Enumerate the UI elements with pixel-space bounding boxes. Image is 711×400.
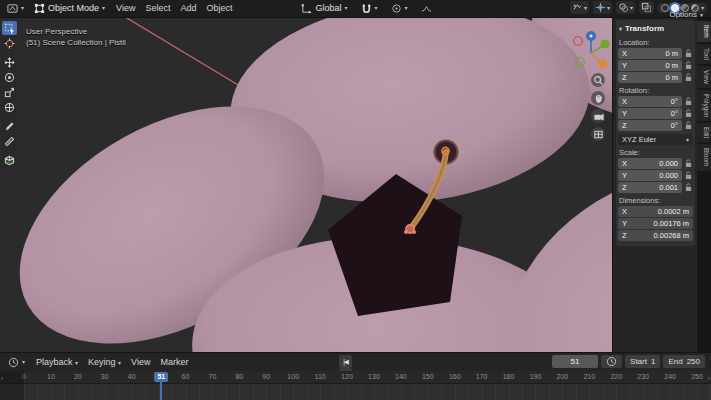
lock-toggle-location-z[interactable] <box>684 73 693 82</box>
mode-selector[interactable]: Object Mode ▾ <box>30 2 109 15</box>
ruler-tick-160: 160 <box>449 373 461 380</box>
sidebar-tab-view[interactable]: View <box>697 66 711 88</box>
ruler-tick-250: 250 <box>691 373 703 380</box>
jump-to-start-button[interactable]: |◀ <box>339 355 352 368</box>
timeline-menu-view[interactable]: View <box>126 355 155 369</box>
lock-open-icon <box>685 159 692 168</box>
chevron-down-icon: ▾ <box>375 5 378 11</box>
tool-rotate[interactable] <box>2 70 17 84</box>
proportional-editing-toggle[interactable]: ▾ <box>387 2 412 15</box>
end-frame-field[interactable]: End 250 <box>663 355 705 368</box>
dimensions-y-field[interactable]: Y0.00176 m <box>618 218 693 229</box>
sidebar-tab-bloom[interactable]: Bloom <box>697 144 711 170</box>
menu-add[interactable]: Add <box>175 1 201 15</box>
menu-object[interactable]: Object <box>201 1 237 15</box>
mode-label: Object Mode <box>48 3 99 13</box>
timeline-menu-marker[interactable]: Marker <box>155 355 193 369</box>
timeline-menu-keying[interactable]: Keying ▾ <box>83 355 126 369</box>
location-y-field[interactable]: Y0 m <box>618 60 682 71</box>
rotation-z-field[interactable]: Z0° <box>618 120 682 131</box>
lock-open-icon <box>685 171 692 180</box>
transform-orientation-selector[interactable]: Global ▾ <box>297 2 351 15</box>
scroll-right-arrow[interactable]: › <box>708 375 710 382</box>
viewport-toolbar <box>1 20 18 168</box>
lock-toggle-scale-x[interactable] <box>684 159 693 168</box>
timeline-header: ▾ Playback ▾Keying ▾ViewMarker ▾ |◀◀|◀▶|… <box>0 353 711 371</box>
lock-toggle-location-x[interactable] <box>684 49 693 58</box>
rotation-x-field[interactable]: X0° <box>618 96 682 107</box>
tool-transform[interactable] <box>2 100 17 114</box>
snap-toggle[interactable]: ▾ <box>357 2 382 15</box>
proportional-circle-icon <box>391 3 402 14</box>
object-mode-icon <box>34 3 45 14</box>
rotation-y-field[interactable]: Y0° <box>618 108 682 119</box>
rotation-mode-dropdown[interactable]: XYZ Euler▾ <box>618 134 693 145</box>
active-object-label: (51) Scene Collection | Pistil <box>26 37 126 48</box>
xray-toggle[interactable] <box>639 1 654 14</box>
transform-row-rotation-y: Y0° <box>618 108 693 119</box>
falloff-curve-icon <box>421 3 432 14</box>
location-x-field[interactable]: X0 m <box>618 48 682 59</box>
transform-row-location-x: X0 m <box>618 48 693 59</box>
tool-move[interactable] <box>2 55 17 69</box>
menu-select[interactable]: Select <box>140 1 175 15</box>
ruler-tick-60: 60 <box>182 373 190 380</box>
sidebar-tab-tool[interactable]: Tool <box>697 44 711 64</box>
axis-value: 0.000 <box>659 159 678 168</box>
nav-camera-button[interactable] <box>591 109 605 123</box>
axis-value: 0° <box>671 121 678 130</box>
3d-viewport[interactable]: User Perspective (51) Scene Collection |… <box>0 18 612 352</box>
playhead-frame-badge[interactable]: 51 <box>154 372 168 382</box>
transform-panel-header[interactable]: ▾ Transform <box>618 22 693 35</box>
chevron-down-icon: ▾ <box>102 5 105 11</box>
ruler-tick-200: 200 <box>557 373 569 380</box>
dimensions-z-field[interactable]: Z0.00268 m <box>618 230 693 241</box>
location-z-field[interactable]: Z0 m <box>618 72 682 83</box>
transform-row-scale-z: Z0.001 <box>618 182 693 193</box>
tool-add-cube[interactable] <box>2 153 17 167</box>
end-label: End <box>668 357 682 366</box>
lock-toggle-rotation-y[interactable] <box>684 109 693 118</box>
lock-toggle-location-y[interactable] <box>684 61 693 70</box>
sidebar-tab-edit[interactable]: Edit <box>697 123 711 142</box>
timeline-menu-playback[interactable]: Playback ▾ <box>31 355 83 369</box>
object-visibility-dropdown[interactable]: ▾ <box>570 1 589 14</box>
sidebar-tab-polygon[interactable]: Polygon <box>697 90 711 122</box>
current-frame-field[interactable]: 51 <box>552 355 598 368</box>
scale-z-field[interactable]: Z0.001 <box>618 182 682 193</box>
lock-toggle-scale-z[interactable] <box>684 183 693 192</box>
navigation-gizmo[interactable] <box>572 28 610 72</box>
scale-x-field[interactable]: X0.000 <box>618 158 682 169</box>
nav-zoom-button[interactable] <box>591 73 605 87</box>
tool-annotate[interactable] <box>2 119 17 133</box>
dimensions-x-field[interactable]: X0.0002 m <box>618 206 693 217</box>
scroll-left-arrow[interactable]: ‹ <box>1 375 3 382</box>
nav-pan-button[interactable] <box>591 91 605 105</box>
timeline-ruler[interactable]: 0102030406070809010011012013014015016017… <box>0 371 711 384</box>
nav-perspective-toggle-button[interactable] <box>591 127 605 141</box>
tool-select-box[interactable] <box>2 21 17 35</box>
transform-row-location-z: Z0 m <box>618 72 693 83</box>
overlays-dropdown[interactable]: ▾ <box>616 1 635 14</box>
tool-scale[interactable] <box>2 85 17 99</box>
scale-y-field[interactable]: Y0.000 <box>618 170 682 181</box>
orientation-label: Global <box>315 3 341 13</box>
gizmos-dropdown[interactable]: ▾ <box>593 1 612 14</box>
lock-toggle-rotation-z[interactable] <box>684 121 693 130</box>
playhead-line[interactable] <box>160 382 162 400</box>
tool-measure[interactable] <box>2 134 17 148</box>
timeline-editor-type-selector[interactable]: ▾ <box>4 356 29 369</box>
toolbar-separator <box>2 149 17 152</box>
start-frame-field[interactable]: Start 1 <box>625 355 660 368</box>
lock-toggle-rotation-x[interactable] <box>684 97 693 106</box>
sidebar-tab-item[interactable]: Item <box>697 21 711 42</box>
menu-view[interactable]: View <box>111 1 140 15</box>
ruler-tick-140: 140 <box>395 373 407 380</box>
lock-toggle-scale-y[interactable] <box>684 171 693 180</box>
editor-type-selector[interactable]: ▾ <box>3 2 28 15</box>
axis-label: Y <box>622 109 627 118</box>
timeline-tracks[interactable] <box>0 384 711 400</box>
use-preview-range-toggle[interactable] <box>601 355 622 368</box>
proportional-falloff-selector[interactable] <box>417 2 436 15</box>
tool-cursor[interactable] <box>2 36 17 50</box>
